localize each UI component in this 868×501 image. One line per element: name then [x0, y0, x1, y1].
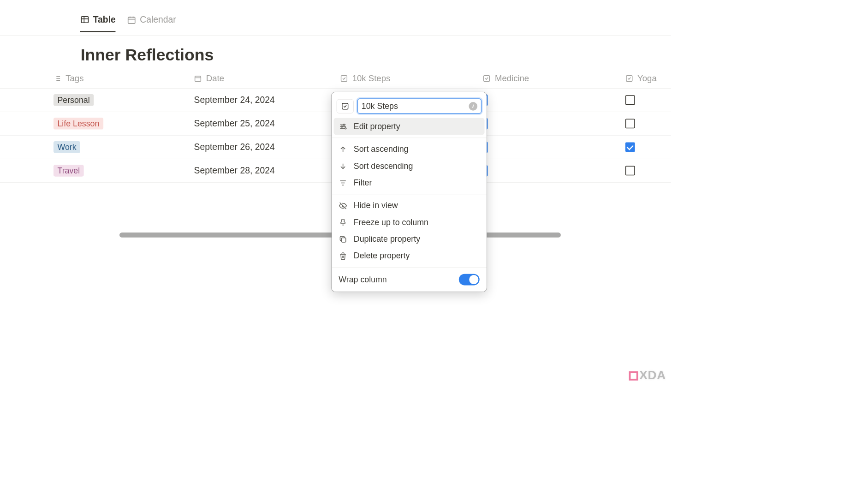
menu-hide[interactable]: Hide in view	[332, 197, 487, 214]
filter-icon	[339, 179, 347, 187]
column-context-menu: i Edit property Sort ascending Sort desc…	[332, 92, 487, 292]
column-header-date[interactable]: Date	[189, 73, 335, 84]
svg-rect-6	[342, 103, 348, 109]
column-header-medicine[interactable]: Medicine	[478, 73, 620, 84]
tag-chip[interactable]: Life Lesson	[54, 118, 103, 130]
view-tabs: Table Calendar	[0, 0, 671, 36]
checkbox[interactable]	[625, 119, 635, 128]
svg-rect-10	[342, 238, 346, 242]
yoga-cell[interactable]	[620, 95, 670, 105]
table-header-row: Tags Date 10k Steps Medicine Yoga	[0, 68, 671, 88]
rename-input-wrap: i	[357, 98, 482, 113]
checkbox-icon	[483, 74, 491, 82]
tag-chip[interactable]: Personal	[54, 94, 94, 106]
sliders-icon	[339, 122, 347, 131]
svg-point-8	[341, 125, 343, 127]
svg-rect-0	[81, 16, 88, 22]
menu-freeze[interactable]: Freeze up to column	[332, 214, 487, 231]
column-header-label: 10k Steps	[352, 73, 391, 84]
date-cell[interactable]: September 25, 2024	[189, 119, 335, 129]
trash-icon	[339, 251, 347, 260]
menu-item-label: Freeze up to column	[354, 218, 428, 227]
menu-item-label: Hide in view	[354, 201, 398, 210]
svg-rect-1	[128, 17, 135, 23]
medicine-cell[interactable]	[478, 141, 620, 153]
svg-rect-5	[626, 75, 632, 81]
calendar-icon	[127, 15, 137, 24]
property-type-button[interactable]	[337, 99, 354, 113]
divider	[332, 194, 487, 195]
svg-point-9	[345, 127, 346, 129]
menu-item-label: Delete property	[354, 251, 410, 261]
column-header-label: Date	[206, 73, 224, 84]
date-cell[interactable]: September 24, 2024	[189, 95, 335, 105]
wrap-column-row: Wrap column	[332, 270, 487, 288]
pin-icon	[339, 218, 347, 227]
menu-delete[interactable]: Delete property	[332, 247, 487, 264]
menu-item-label: Edit property	[354, 122, 400, 131]
date-cell[interactable]: September 28, 2024	[189, 166, 335, 176]
svg-rect-3	[341, 75, 347, 81]
rename-property-input[interactable]	[362, 101, 469, 111]
column-header-tags[interactable]: Tags	[0, 73, 189, 84]
tab-table-label: Table	[93, 14, 116, 24]
table-icon	[80, 15, 89, 24]
tab-calendar[interactable]: Calendar	[127, 15, 176, 31]
column-header-label: Yoga	[637, 73, 657, 84]
tab-calendar-label: Calendar	[140, 15, 176, 25]
yoga-cell[interactable]	[620, 166, 670, 175]
checkbox[interactable]	[625, 142, 635, 152]
menu-duplicate[interactable]: Duplicate property	[332, 231, 487, 247]
menu-item-label: Filter	[354, 178, 372, 188]
medicine-cell[interactable]	[478, 118, 620, 129]
wrap-column-toggle[interactable]	[459, 274, 480, 286]
checkbox-icon	[625, 74, 633, 82]
menu-sort-asc[interactable]: Sort ascending	[332, 141, 487, 157]
date-cell[interactable]: September 26, 2024	[189, 142, 335, 152]
svg-rect-4	[484, 75, 490, 81]
yoga-cell[interactable]	[620, 142, 670, 152]
checkbox[interactable]	[625, 166, 635, 175]
multiselect-icon	[54, 74, 61, 82]
page-title: Inner Reflections	[0, 36, 671, 68]
menu-item-label: Sort ascending	[354, 144, 409, 154]
tag-chip[interactable]: Travel	[54, 165, 84, 177]
tab-table[interactable]: Table	[80, 14, 116, 32]
duplicate-icon	[339, 235, 347, 244]
menu-sort-desc[interactable]: Sort descending	[332, 158, 487, 174]
column-header-label: Medicine	[495, 73, 529, 84]
arrow-up-icon	[339, 145, 347, 154]
checkbox-icon	[340, 74, 348, 82]
divider	[332, 137, 487, 138]
svg-rect-2	[195, 76, 201, 81]
info-icon[interactable]: i	[469, 102, 477, 111]
medicine-cell[interactable]	[478, 165, 620, 177]
yoga-cell[interactable]	[620, 119, 670, 128]
svg-point-7	[343, 124, 345, 125]
menu-item-label: Duplicate property	[354, 234, 420, 244]
column-header-yoga[interactable]: Yoga	[620, 73, 670, 84]
eye-off-icon	[339, 201, 347, 210]
menu-item-label: Sort descending	[354, 161, 413, 171]
watermark: XDA	[629, 369, 666, 382]
medicine-cell[interactable]	[478, 94, 620, 106]
date-icon	[194, 74, 202, 82]
rename-row: i	[332, 95, 487, 118]
checkbox-icon	[341, 102, 349, 110]
tag-chip[interactable]: Work	[54, 141, 80, 153]
menu-filter[interactable]: Filter	[332, 174, 487, 191]
menu-edit-property[interactable]: Edit property	[334, 118, 485, 135]
column-header-steps[interactable]: 10k Steps	[335, 73, 478, 84]
arrow-down-icon	[339, 162, 347, 171]
wrap-column-label: Wrap column	[339, 275, 386, 285]
checkbox[interactable]	[625, 95, 635, 105]
divider	[332, 267, 487, 268]
column-header-label: Tags	[65, 73, 83, 84]
